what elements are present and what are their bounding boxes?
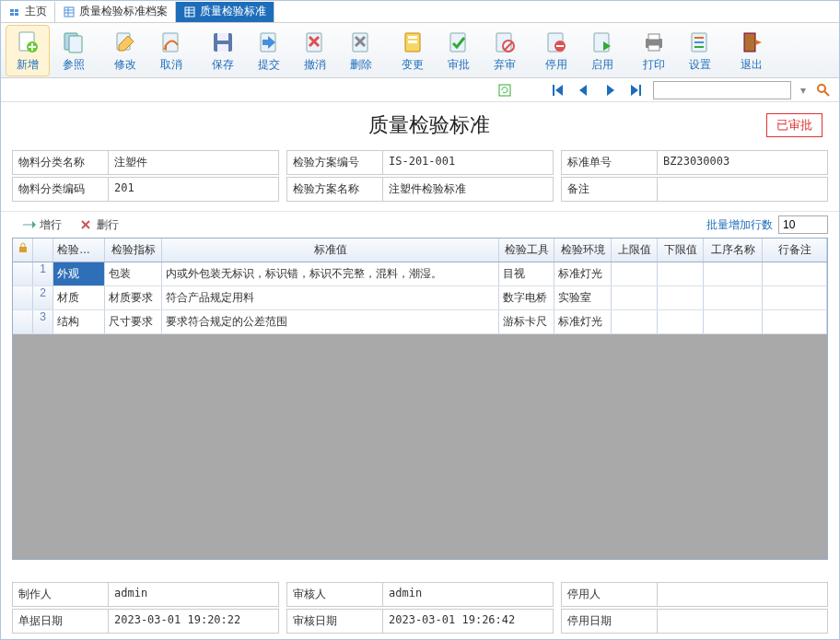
col-item[interactable]: 检验项目 bbox=[53, 239, 105, 262]
svg-marker-52 bbox=[755, 40, 762, 45]
edit-button[interactable]: 修改 bbox=[103, 25, 147, 76]
prev-icon[interactable] bbox=[576, 82, 592, 99]
search-icon[interactable] bbox=[815, 82, 832, 99]
cell-standard[interactable]: 要求符合规定的公差范围 bbox=[162, 310, 499, 333]
col-remark[interactable]: 行备注 bbox=[763, 239, 827, 262]
exit-icon bbox=[739, 29, 764, 55]
cell-standard[interactable]: 内或外包装无标识，标识错，标识不完整，混料，潮湿。 bbox=[162, 262, 499, 285]
cell-remark[interactable] bbox=[763, 286, 827, 309]
tab-archive[interactable]: 质量检验标准档案 bbox=[55, 2, 176, 22]
cell-remark[interactable] bbox=[763, 310, 827, 333]
del-row-icon bbox=[80, 219, 93, 230]
setting-button[interactable]: 设置 bbox=[678, 25, 722, 76]
grid-icon bbox=[63, 6, 76, 18]
scheme-name-field[interactable]: 注塑件检验标准 bbox=[382, 177, 554, 202]
toolbar-label: 设置 bbox=[689, 57, 711, 73]
reference-button[interactable]: 参照 bbox=[52, 25, 96, 76]
next-icon[interactable] bbox=[601, 82, 618, 99]
add-button[interactable]: 新增 bbox=[6, 25, 50, 76]
cell-env[interactable]: 实验室 bbox=[554, 286, 612, 309]
grid-toolbar: 增行 删行 批量增加行数 bbox=[1, 211, 839, 238]
scheme-no-field[interactable]: IS-201-001 bbox=[382, 150, 554, 175]
undo-button[interactable]: 撤消 bbox=[293, 25, 337, 76]
add-row-icon bbox=[23, 219, 36, 230]
doc-date-field: 2023-03-01 19:20:22 bbox=[108, 609, 279, 634]
cell-lower[interactable] bbox=[658, 310, 704, 333]
batch-add-input[interactable] bbox=[778, 215, 828, 234]
print-button[interactable]: 打印 bbox=[632, 25, 676, 76]
first-icon[interactable] bbox=[550, 82, 566, 99]
cell-upper[interactable] bbox=[612, 310, 658, 333]
search-input[interactable] bbox=[653, 81, 791, 99]
cell-proc[interactable] bbox=[704, 310, 763, 333]
cell-indicator[interactable]: 材质要求 bbox=[105, 286, 162, 309]
cell-upper[interactable] bbox=[612, 286, 658, 309]
tab-label: 质量检验标准 bbox=[200, 4, 266, 19]
mat-class-name-field[interactable]: 注塑件 bbox=[108, 150, 279, 175]
cell-tool[interactable]: 目视 bbox=[499, 262, 554, 285]
submit-button[interactable]: 提交 bbox=[247, 25, 291, 76]
cell-standard[interactable]: 符合产品规定用料 bbox=[162, 286, 499, 309]
exit-button[interactable]: 退出 bbox=[729, 25, 774, 76]
approve-button[interactable]: 审批 bbox=[437, 25, 481, 76]
data-grid[interactable]: 检验项目 检验指标 标准值 检验工具 检验环境 上限值 下限值 工序名称 行备注… bbox=[12, 238, 828, 560]
setting-icon bbox=[687, 29, 713, 55]
cell-lower[interactable] bbox=[658, 286, 704, 309]
cell-proc[interactable] bbox=[704, 286, 763, 309]
svg-rect-0 bbox=[10, 9, 14, 12]
cancel-button[interactable]: 取消 bbox=[149, 25, 193, 76]
cell-indicator[interactable]: 包装 bbox=[105, 262, 162, 285]
svg-rect-1 bbox=[15, 9, 18, 12]
cell-env[interactable]: 标准灯光 bbox=[554, 262, 612, 285]
header-form: 物料分类名称注塑件 物料分类编码201 检验方案编号IS-201-001 检验方… bbox=[1, 145, 839, 211]
tab-bar: 主页 质量检验标准档案 质量检验标准 bbox=[1, 1, 839, 23]
svg-rect-53 bbox=[499, 85, 510, 96]
remark-field[interactable] bbox=[657, 177, 828, 202]
table-row[interactable]: 2材质材质要求符合产品规定用料数字电桥实验室 bbox=[13, 286, 827, 310]
cell-tool[interactable]: 游标卡尺 bbox=[499, 310, 554, 333]
svg-rect-41 bbox=[556, 45, 564, 47]
cell-env[interactable]: 标准灯光 bbox=[554, 310, 612, 333]
last-icon[interactable] bbox=[627, 82, 644, 99]
cell-item[interactable]: 外观 bbox=[53, 262, 105, 285]
disable-icon bbox=[543, 29, 569, 55]
toolbar-label: 修改 bbox=[114, 57, 136, 73]
std-no-field[interactable]: BZ23030003 bbox=[657, 150, 828, 175]
del-row-button[interactable]: 删行 bbox=[80, 217, 119, 233]
col-upper[interactable]: 上限值 bbox=[612, 239, 658, 262]
col-env[interactable]: 检验环境 bbox=[554, 239, 612, 262]
tab-home[interactable]: 主页 bbox=[1, 2, 55, 22]
row-number: 3 bbox=[33, 310, 53, 333]
save-button[interactable]: 保存 bbox=[201, 25, 245, 76]
cell-indicator[interactable]: 尺寸要求 bbox=[105, 310, 162, 333]
cell-lower[interactable] bbox=[658, 262, 704, 285]
toolbar-label: 新增 bbox=[17, 57, 39, 73]
table-row[interactable]: 3结构尺寸要求要求符合规定的公差范围游标卡尺标准灯光 bbox=[13, 310, 827, 334]
reference-icon bbox=[61, 29, 87, 55]
cell-remark[interactable] bbox=[763, 262, 827, 285]
refresh-icon[interactable] bbox=[496, 82, 513, 99]
svg-marker-57 bbox=[607, 85, 614, 96]
col-indicator[interactable]: 检验指标 bbox=[105, 239, 162, 262]
col-standard[interactable]: 标准值 bbox=[162, 239, 499, 262]
cell-item[interactable]: 材质 bbox=[53, 286, 105, 309]
scheme-no-label: 检验方案编号 bbox=[286, 150, 382, 175]
cell-upper[interactable] bbox=[612, 262, 658, 285]
col-tool[interactable]: 检验工具 bbox=[499, 239, 554, 262]
reject-button[interactable]: 弃审 bbox=[483, 25, 527, 76]
tab-standard[interactable]: 质量检验标准 bbox=[176, 2, 274, 22]
cell-tool[interactable]: 数字电桥 bbox=[499, 286, 554, 309]
add-row-button[interactable]: 增行 bbox=[23, 217, 62, 233]
cell-proc[interactable] bbox=[704, 262, 763, 285]
cell-item[interactable]: 结构 bbox=[53, 310, 105, 333]
audit-date-field: 2023-03-01 19:26:42 bbox=[382, 609, 554, 634]
col-proc[interactable]: 工序名称 bbox=[704, 239, 763, 262]
audit-date-label: 审核日期 bbox=[286, 609, 382, 634]
change-button[interactable]: 变更 bbox=[391, 25, 435, 76]
col-lower[interactable]: 下限值 bbox=[658, 239, 704, 262]
disable-button[interactable]: 停用 bbox=[534, 25, 578, 76]
mat-class-code-field[interactable]: 201 bbox=[108, 177, 279, 202]
enable-button[interactable]: 启用 bbox=[580, 25, 624, 76]
delete-button[interactable]: 删除 bbox=[339, 25, 383, 76]
table-row[interactable]: 1外观包装内或外包装无标识，标识错，标识不完整，混料，潮湿。目视标准灯光 bbox=[13, 262, 827, 286]
